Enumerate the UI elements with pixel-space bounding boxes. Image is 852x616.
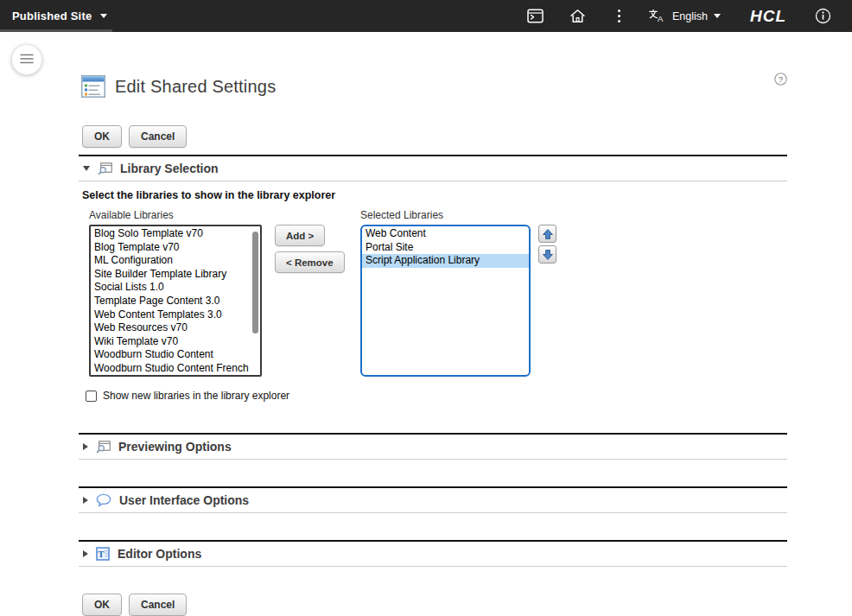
text-editor-icon: T: [96, 547, 110, 561]
list-item[interactable]: Social Lists 1.0: [91, 281, 260, 295]
language-selector[interactable]: A English: [639, 0, 734, 32]
help-button[interactable]: ?: [774, 73, 787, 86]
selected-libraries-list[interactable]: Web Content Portal Site Script Applicati…: [360, 225, 531, 377]
show-new-libraries-checkbox[interactable]: [86, 391, 97, 402]
list-item[interactable]: Web Content Templates 3.0: [91, 308, 260, 322]
bottom-action-buttons: OK Cancel: [82, 594, 787, 616]
site-menu-label: Published Site: [12, 10, 92, 22]
library-selection-header[interactable]: Library Selection: [79, 156, 787, 181]
svg-text:A: A: [658, 14, 664, 23]
translate-icon: A: [648, 9, 666, 23]
selected-libraries-label: Selected Libraries: [360, 209, 531, 220]
section-library-selection: Library Selection Select the libraries t…: [79, 155, 787, 433]
section-title: Library Selection: [120, 162, 219, 175]
top-action-buttons: OK Cancel: [82, 125, 787, 148]
cancel-button[interactable]: Cancel: [129, 125, 187, 148]
arrow-up-icon: [542, 228, 554, 240]
caret-down-icon: [714, 14, 721, 18]
window-list-icon: [81, 75, 105, 98]
caret-down-icon: [100, 14, 107, 18]
library-selection-body: Select the libraries to show in the libr…: [79, 189, 787, 433]
list-item[interactable]: Blog Solo Template v70: [91, 227, 260, 241]
window-magnifier-icon: [96, 440, 111, 454]
home-icon: [569, 9, 586, 23]
available-libraries-label: Available Libraries: [89, 209, 262, 220]
list-item[interactable]: Wiki Template v70: [91, 335, 260, 349]
section-title: Previewing Options: [118, 440, 232, 454]
list-item[interactable]: Web Content: [362, 227, 529, 241]
twisty-down-icon: [83, 166, 90, 171]
twisty-right-icon: [83, 497, 88, 504]
window-magnifier-icon: [98, 162, 112, 175]
topbar-actions: A English HCL: [514, 0, 852, 32]
page-header: Edit Shared Settings ?: [79, 74, 787, 98]
info-button[interactable]: [802, 0, 844, 32]
list-item[interactable]: Portal Site: [362, 241, 529, 255]
terminal-window-icon: [527, 9, 544, 23]
arrow-down-icon: [542, 249, 554, 261]
checkbox-label: Show new libraries in the library explor…: [103, 390, 289, 402]
move-up-button[interactable]: [538, 225, 556, 243]
menu-icon: [20, 52, 34, 67]
instruction-text: Select the libraries to show in the libr…: [82, 189, 787, 201]
show-new-libraries-row: Show new libraries in the library explor…: [86, 390, 787, 402]
site-menu-tab[interactable]: Published Site: [0, 0, 123, 32]
list-item[interactable]: Blog Template v70: [91, 241, 260, 255]
home-button[interactable]: [556, 0, 599, 32]
list-item[interactable]: Site Builder Template Library: [91, 268, 260, 282]
svg-text:?: ?: [779, 74, 783, 84]
dual-list: Available Libraries Blog Solo Template v…: [89, 209, 787, 377]
main-content: Edit Shared Settings ? OK Cancel Library: [79, 74, 787, 616]
cancel-button[interactable]: Cancel: [129, 594, 187, 616]
ok-button[interactable]: OK: [82, 125, 122, 148]
reorder-buttons: [538, 209, 556, 377]
overflow-menu-button[interactable]: [599, 0, 639, 32]
active-tab-underline: [0, 29, 112, 32]
transfer-buttons: Add > < Remove: [275, 209, 347, 377]
section-title: Editor Options: [118, 547, 201, 561]
move-down-button[interactable]: [538, 245, 556, 264]
selected-libraries-items: Web Content Portal Site Script Applicati…: [362, 227, 529, 268]
available-libraries-items: Blog Solo Template v70 Blog Template v70…: [91, 227, 260, 376]
brand-logo: HCL: [734, 0, 802, 32]
list-item[interactable]: ML Configuration: [91, 254, 260, 268]
topbar: Published Site: [0, 0, 852, 32]
ok-button[interactable]: OK: [82, 594, 122, 616]
add-button[interactable]: Add >: [275, 225, 325, 246]
list-item[interactable]: Woodburn Studio Content French: [91, 362, 260, 376]
help-icon: ?: [774, 73, 787, 86]
list-item[interactable]: Woodburn Studio Content: [91, 348, 260, 362]
previewing-options-header[interactable]: Previewing Options: [79, 435, 787, 460]
twisty-right-icon: [83, 550, 88, 557]
available-libraries-list[interactable]: Blog Solo Template v70 Blog Template v70…: [89, 225, 262, 377]
page-title: Edit Shared Settings: [115, 77, 276, 97]
twisty-right-icon: [83, 443, 88, 450]
remove-button[interactable]: < Remove: [275, 251, 345, 273]
list-item[interactable]: Template Page Content 3.0: [91, 295, 260, 308]
language-label: English: [672, 10, 708, 22]
list-item-selected[interactable]: Script Application Library: [362, 254, 529, 268]
overflow-menu-icon: [618, 10, 620, 12]
speech-bubble-icon: [96, 493, 111, 507]
svg-text:T: T: [98, 549, 105, 559]
scrollbar-thumb[interactable]: [252, 232, 258, 333]
editor-options-header[interactable]: T Editor Options: [79, 542, 787, 567]
section-editor-options: T Editor Options: [79, 540, 787, 567]
section-title: User Interface Options: [119, 493, 249, 507]
section-previewing-options: Previewing Options: [79, 433, 787, 460]
terminal-window-button[interactable]: [514, 0, 556, 32]
user-interface-options-header[interactable]: User Interface Options: [79, 488, 787, 513]
menu-fab-button[interactable]: [11, 44, 42, 75]
list-item[interactable]: Web Resources v70: [91, 321, 260, 335]
available-column: Available Libraries Blog Solo Template v…: [89, 209, 262, 377]
section-user-interface-options: User Interface Options: [79, 486, 787, 513]
info-icon: [815, 8, 831, 24]
selected-column: Selected Libraries Web Content Portal Si…: [360, 209, 531, 377]
